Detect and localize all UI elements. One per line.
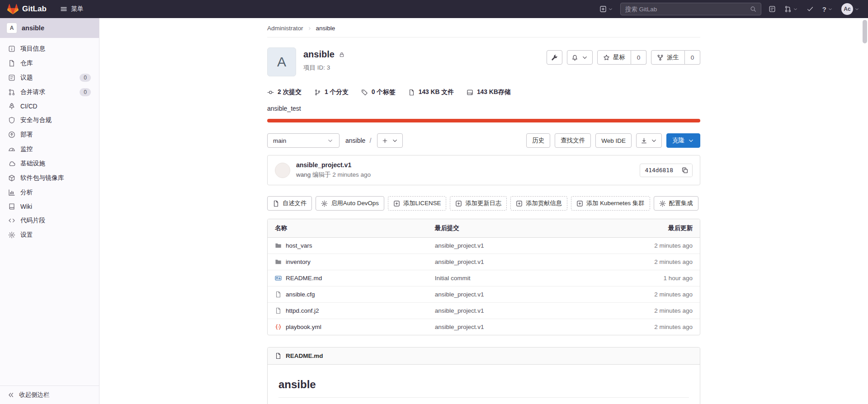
user-menu-button[interactable]: Ac bbox=[840, 1, 861, 17]
sidebar-project-context[interactable]: A ansible bbox=[0, 18, 99, 38]
add-contributing-button[interactable]: 添加贡献信息 bbox=[510, 196, 567, 211]
global-search[interactable] bbox=[620, 3, 761, 15]
top-navbar: GitLab 菜单 ? Ac bbox=[0, 0, 868, 18]
commit-message-link[interactable]: ansible_project.v1 bbox=[435, 324, 484, 330]
find-file-button[interactable]: 查找文件 bbox=[555, 133, 591, 148]
readme-button[interactable]: 自述文件 bbox=[267, 196, 312, 211]
stat-storage[interactable]: 143 KB存储 bbox=[467, 88, 510, 96]
add-kubernetes-cluster-button[interactable]: 添加 Kubernetes 集群 bbox=[571, 196, 650, 211]
collapse-sidebar-button[interactable]: 收起侧边栏 bbox=[0, 385, 99, 404]
web-ide-button[interactable]: Web IDE bbox=[595, 133, 632, 148]
stat-files[interactable]: 143 KB 文件 bbox=[408, 88, 454, 96]
sidebar-item-infrastructure[interactable]: 基础设施 bbox=[0, 156, 99, 171]
file-link[interactable]: inventory bbox=[286, 258, 311, 265]
scrollbar[interactable] bbox=[863, 20, 867, 43]
file-link[interactable]: playbook.yml bbox=[286, 324, 321, 330]
add-license-button[interactable]: 添加LICENSE bbox=[388, 196, 447, 211]
readme-body: ansible bbox=[268, 365, 700, 404]
sidebar-item-wiki[interactable]: Wiki bbox=[0, 200, 99, 213]
repo-path-root[interactable]: ansible bbox=[345, 137, 365, 144]
sidebar-item-ci-cd[interactable]: CI/CD bbox=[0, 99, 99, 113]
stat-branches[interactable]: 1 个分支 bbox=[314, 88, 349, 96]
sidebar-item-security-compliance[interactable]: 安全与合规 bbox=[0, 113, 99, 127]
cloud-icon bbox=[8, 160, 15, 167]
deploy-icon bbox=[8, 131, 15, 138]
project-stats: 2 次提交 1 个分支 0 个标签 143 KB 文件 143 KB存储 bbox=[267, 88, 700, 96]
readme-filename: README.md bbox=[286, 352, 323, 359]
sidebar-item-deployments[interactable]: 部署 bbox=[0, 127, 99, 142]
file-link[interactable]: ansible.cfg bbox=[286, 291, 315, 298]
table-row: host_vars ansible_project.v1 2 minutes a… bbox=[268, 238, 700, 254]
breadcrumb-administrator[interactable]: Administrator bbox=[267, 25, 303, 32]
last-commit-box: ansible_project.v1 wang 编辑于 2 minutes ag… bbox=[267, 155, 700, 185]
commit-message-link[interactable]: ansible_project.v1 bbox=[435, 291, 484, 298]
main-content: Administrator ansible A ansible 项目 ID: 3 bbox=[99, 0, 868, 404]
star-button[interactable]: 星标 bbox=[597, 50, 631, 65]
readme-header[interactable]: README.md bbox=[268, 348, 700, 365]
branch-selector[interactable]: main bbox=[267, 133, 340, 148]
plus-icon bbox=[382, 137, 388, 144]
admin-wrench-button[interactable] bbox=[547, 50, 562, 65]
last-updated: 2 minutes ago bbox=[654, 291, 693, 298]
document-icon bbox=[273, 200, 279, 207]
menu-button[interactable]: 菜单 bbox=[57, 2, 87, 16]
sidebar-item-analytics[interactable]: 分析 bbox=[0, 185, 99, 200]
fork-button[interactable]: 派生 bbox=[651, 50, 685, 65]
issues-shortcut-button[interactable] bbox=[767, 4, 777, 14]
file-link[interactable]: httpd.conf.j2 bbox=[286, 307, 319, 314]
todos-button[interactable] bbox=[805, 4, 815, 14]
file-link[interactable]: README.md bbox=[286, 275, 322, 282]
language-bar[interactable] bbox=[267, 119, 700, 122]
commit-sha-group: 414d6818 bbox=[640, 164, 693, 177]
plus-square-icon bbox=[516, 200, 523, 207]
gitlab-home-link[interactable]: GitLab bbox=[7, 4, 47, 14]
readme-heading: ansible bbox=[278, 378, 689, 398]
info-icon bbox=[8, 45, 15, 52]
add-changelog-button[interactable]: 添加更新日志 bbox=[450, 196, 507, 211]
table-row: playbook.yml ansible_project.v1 2 minute… bbox=[268, 319, 700, 335]
clone-dropdown-button[interactable]: 克隆 bbox=[666, 133, 700, 148]
project-avatar: A bbox=[267, 47, 296, 76]
gear-icon bbox=[659, 200, 666, 207]
download-icon bbox=[641, 137, 647, 144]
commit-message-link[interactable]: ansible_project.v1 bbox=[435, 307, 484, 314]
sidebar-item-merge-requests[interactable]: 合并请求 0 bbox=[0, 85, 99, 99]
sidebar-item-monitor[interactable]: 监控 bbox=[0, 142, 99, 156]
new-dropdown-button[interactable] bbox=[598, 4, 614, 14]
commit-author-link[interactable]: wang bbox=[296, 171, 311, 178]
auto-devops-button[interactable]: 启用Auto DevOps bbox=[316, 196, 384, 211]
add-file-dropdown-button[interactable] bbox=[377, 133, 403, 148]
notifications-dropdown-button[interactable] bbox=[567, 50, 593, 65]
breadcrumb-separator-icon bbox=[307, 26, 312, 31]
commit-author-avatar[interactable] bbox=[275, 163, 290, 178]
stat-tags[interactable]: 0 个标签 bbox=[361, 88, 396, 96]
yaml-braces-icon bbox=[275, 324, 282, 330]
download-dropdown-button[interactable] bbox=[636, 133, 662, 148]
book-icon bbox=[8, 203, 15, 210]
star-count[interactable]: 0 bbox=[631, 50, 646, 65]
help-dropdown-button[interactable]: ? bbox=[821, 4, 834, 14]
last-updated: 2 minutes ago bbox=[654, 242, 693, 249]
sidebar-menu: 项目信息 仓库 议题 0 合并请求 0 CI/CD 安全与合规 部署 bbox=[0, 38, 99, 385]
plus-square-icon bbox=[393, 200, 400, 207]
sidebar-item-settings[interactable]: 设置 bbox=[0, 228, 99, 242]
configure-integrations-button[interactable]: 配置集成 bbox=[654, 196, 698, 211]
sidebar-item-project-information[interactable]: 项目信息 bbox=[0, 42, 99, 56]
file-link[interactable]: host_vars bbox=[286, 242, 312, 249]
sidebar-item-issues[interactable]: 议题 0 bbox=[0, 70, 99, 85]
sidebar-item-packages-registries[interactable]: 软件包与镜像库 bbox=[0, 171, 99, 185]
commit-title-link[interactable]: ansible_project.v1 bbox=[296, 161, 371, 169]
search-input[interactable] bbox=[625, 6, 746, 13]
copy-commit-sha-button[interactable] bbox=[678, 164, 692, 177]
fork-count[interactable]: 0 bbox=[685, 50, 700, 65]
sidebar-item-snippets[interactable]: 代码片段 bbox=[0, 213, 99, 228]
table-header-row: 名称 最后提交 最后更新 bbox=[268, 219, 700, 238]
sidebar-item-repository[interactable]: 仓库 bbox=[0, 56, 99, 70]
commit-message-link[interactable]: ansible_project.v1 bbox=[435, 242, 484, 249]
rocket-icon bbox=[8, 103, 15, 110]
merge-requests-dropdown-button[interactable] bbox=[783, 4, 799, 14]
commit-message-link[interactable]: Initial commit bbox=[435, 275, 471, 282]
commit-message-link[interactable]: ansible_project.v1 bbox=[435, 258, 484, 265]
stat-commits[interactable]: 2 次提交 bbox=[267, 88, 302, 96]
history-button[interactable]: 历史 bbox=[526, 133, 550, 148]
